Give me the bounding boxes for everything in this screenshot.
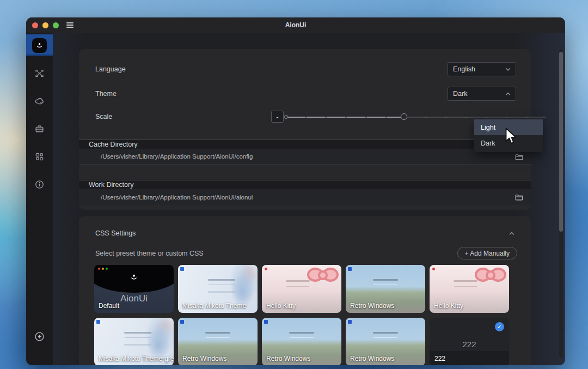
scale-label: Scale xyxy=(95,113,112,120)
collapse-chevron-icon[interactable] xyxy=(509,232,514,235)
frame-icon xyxy=(34,68,45,78)
cache-directory-label: Cache Directory xyxy=(89,141,138,148)
app-window: AionUi xyxy=(26,17,565,365)
tile-label: Default xyxy=(99,302,119,310)
theme-value: Dark xyxy=(453,90,467,98)
theme-tile-retro-windows[interactable]: Retro Windows xyxy=(346,318,425,365)
tile-label: Retro Windows xyxy=(350,355,394,362)
theme-tile-default[interactable]: AionUi Default xyxy=(94,265,174,313)
css-settings-subtitle: Select preset theme or custom CSS xyxy=(95,250,204,257)
tile-label: Hello Kitty xyxy=(266,302,296,310)
work-directory-path: /Users/visher/Library/Application Suppor… xyxy=(101,194,253,201)
mini-traffic-lights xyxy=(98,268,108,270)
toolbox-icon xyxy=(34,124,45,134)
bow-icon xyxy=(305,265,340,288)
theme-tile-retro-windows[interactable]: Retro Windows xyxy=(262,318,341,365)
back-button[interactable] xyxy=(26,331,53,342)
work-folder-button[interactable] xyxy=(515,193,523,201)
slider-start-ring xyxy=(284,115,288,119)
tile-label: Retro Windows xyxy=(182,355,226,362)
app-logo-icon xyxy=(32,38,47,53)
window-title: AionUi xyxy=(26,21,565,29)
slider-handle[interactable] xyxy=(401,113,407,120)
theme-option-dark[interactable]: Dark xyxy=(474,135,543,151)
theme-dropdown: Light Dark xyxy=(474,118,543,152)
sidebar-item-sync[interactable] xyxy=(26,90,53,112)
apps-grid-icon xyxy=(34,152,45,162)
folder-icon xyxy=(515,153,523,160)
css-settings-card: CSS Settings Select preset theme or cust… xyxy=(79,216,531,365)
theme-option-light[interactable]: Light xyxy=(474,119,543,135)
sidebar xyxy=(26,33,53,365)
language-label: Language xyxy=(95,65,126,73)
tile-label: Misaka Mikoto Theme xyxy=(182,302,246,310)
tile-label: Misaka Mikoto Theme-great xyxy=(99,355,174,362)
scale-decrease-button[interactable]: - xyxy=(271,111,284,123)
work-directory-label: Work Directory xyxy=(89,181,133,189)
sidebar-item-apps[interactable] xyxy=(26,146,53,167)
language-value: English xyxy=(453,65,475,73)
titlebar: AionUi xyxy=(26,17,565,33)
theme-tile-grid: AionUi Default Misaka Mikoto Theme xyxy=(94,265,509,365)
tile-label: Retro Windows xyxy=(266,355,310,362)
scale-slider[interactable] xyxy=(286,116,546,118)
css-settings-title: CSS Settings xyxy=(95,229,136,237)
scrollbar[interactable] xyxy=(559,49,563,358)
scrollbar-thumb[interactable] xyxy=(559,52,563,232)
app-logo-icon xyxy=(128,271,140,283)
sidebar-item-tools[interactable] xyxy=(26,118,53,140)
language-select[interactable]: English xyxy=(448,62,516,76)
theme-tile-custom-222[interactable]: 222 222 ✓ xyxy=(430,318,509,365)
theme-tile-retro-windows[interactable]: Retro Windows xyxy=(346,265,425,313)
cache-folder-button[interactable] xyxy=(515,153,523,160)
cache-directory-path: /Users/visher/Library/Application Suppor… xyxy=(101,153,253,160)
folder-icon xyxy=(515,193,523,201)
chevron-up-icon xyxy=(505,92,511,96)
theme-label: Theme xyxy=(95,90,117,98)
add-manually-button[interactable]: + Add Manually xyxy=(457,247,517,259)
theme-tile-retro-windows[interactable]: Retro Windows xyxy=(178,318,258,365)
sidebar-item-about[interactable] xyxy=(26,173,53,195)
selected-check-icon: ✓ xyxy=(495,322,504,331)
settings-page: Language English Theme Dark Scale - xyxy=(53,33,565,365)
sidebar-item-settings[interactable] xyxy=(26,34,53,56)
theme-tile-misaka-great[interactable]: Misaka Mikoto Theme-great xyxy=(94,318,174,365)
work-directory-field[interactable]: /Users/visher/Library/Application Suppor… xyxy=(79,189,531,205)
theme-tile-misaka[interactable]: Misaka Mikoto Theme xyxy=(178,265,258,313)
theme-tile-hello-kitty[interactable]: Hello Kitty xyxy=(430,265,509,313)
theme-tile-hello-kitty[interactable]: Hello Kitty xyxy=(262,265,341,313)
info-icon xyxy=(34,179,45,190)
cloud-sync-icon xyxy=(34,96,45,106)
theme-select[interactable]: Dark xyxy=(448,87,516,101)
back-arrow-icon xyxy=(34,331,45,342)
sidebar-item-frame[interactable] xyxy=(26,62,53,84)
tile-label: Hello Kitty xyxy=(434,302,463,310)
bow-icon xyxy=(473,265,508,288)
cache-directory-field[interactable]: /Users/visher/Library/Application Suppor… xyxy=(79,149,531,165)
tile-label: 222 xyxy=(434,355,445,362)
tile-preview-text: 222 xyxy=(430,340,509,349)
general-settings-card: Language English Theme Dark Scale - xyxy=(79,49,531,210)
chevron-down-icon xyxy=(505,68,511,71)
tile-label: Retro Windows xyxy=(350,302,394,310)
